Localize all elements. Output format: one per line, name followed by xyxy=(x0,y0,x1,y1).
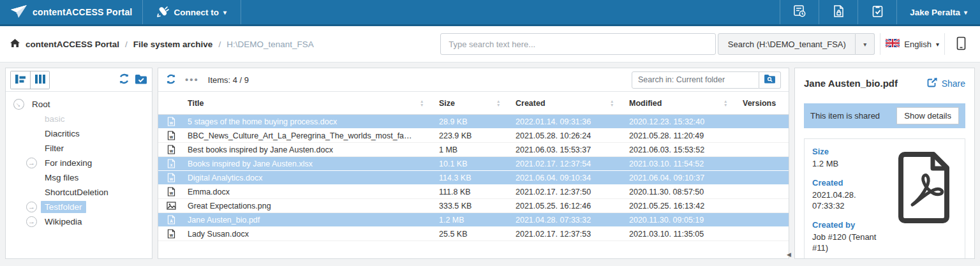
search-input[interactable] xyxy=(440,33,716,55)
table-row[interactable]: wLady Susan.docx25.5 KB2021.02.17. 12:37… xyxy=(158,227,789,241)
table-row[interactable]: w5 stages of the home buying process.doc… xyxy=(158,115,789,129)
home-icon[interactable] xyxy=(10,39,20,50)
scheduled-tasks-icon xyxy=(793,4,806,20)
tree-item-root[interactable]: →Root xyxy=(6,97,152,112)
chevron-down-icon: ▾ xyxy=(223,10,226,16)
tree-item-msg-files[interactable]: Msg files xyxy=(6,170,152,185)
document-lock-icon xyxy=(833,4,845,20)
expand-node-icon[interactable]: → xyxy=(26,216,37,227)
row-modified: 2020.12.23. 15:32:40 xyxy=(629,117,724,126)
row-created: 2021.05.25. 16:12:46 xyxy=(516,202,610,211)
connect-to-menu[interactable]: Connect to ▾ xyxy=(143,0,241,24)
user-menu[interactable]: Jake Peralta ▾ xyxy=(897,0,980,24)
detail-item-title: Jane Austen_bio.pdf xyxy=(804,78,898,89)
svg-text:w: w xyxy=(168,191,173,195)
row-size: 28.9 KB xyxy=(439,117,496,126)
table-row[interactable]: wBBC_News_Culture_Art_La_Peregrina_The_w… xyxy=(158,129,789,143)
row-size: 1.2 MB xyxy=(439,216,496,225)
legal-hold-button[interactable] xyxy=(819,0,858,24)
expand-node-icon[interactable]: → xyxy=(26,158,37,168)
file-list-panel: ••• Items: 4 / 9 Title▲▼Size▲▼Created▲▼M… xyxy=(158,68,789,259)
sort-icon-size[interactable]: ▲▼ xyxy=(496,100,516,107)
search-in-folder-input[interactable] xyxy=(632,71,759,89)
tree-item-for-indexing[interactable]: →For indexing xyxy=(6,156,152,170)
share-icon xyxy=(927,77,938,89)
breadcrumb-archive[interactable]: File system archive xyxy=(133,40,213,49)
tree-refresh-button[interactable] xyxy=(119,73,130,86)
tree-item-testfolder[interactable]: →Testfolder xyxy=(6,200,152,214)
app-title: contentACCESS Portal xyxy=(33,7,132,17)
tree-item-label: Filter xyxy=(41,142,68,154)
table-row[interactable]: wBest books inspired by Jane Austen.docx… xyxy=(158,143,789,157)
tree-item-label: Wikipedia xyxy=(41,216,86,228)
table-row[interactable]: Great Expectations.png333.5 KB2021.05.25… xyxy=(158,199,789,213)
sort-icon-modified[interactable]: ▲▼ xyxy=(724,100,743,107)
row-size: 333.5 KB xyxy=(439,202,496,211)
svg-text:A: A xyxy=(170,219,173,223)
column-header-versions[interactable]: Versions xyxy=(743,99,789,108)
breadcrumb-portal[interactable]: contentACCESS Portal xyxy=(26,40,119,49)
detail-fields: Size1.2 MBCreated2021.04.28. 07:33:32Cre… xyxy=(812,147,886,259)
grid-toolbar: ••• Items: 4 / 9 xyxy=(158,68,789,92)
row-size: 111.8 KB xyxy=(439,188,496,196)
word-file-icon: w xyxy=(158,117,188,126)
scroll-left-arrow[interactable]: ◀ xyxy=(787,251,791,258)
svg-text:w: w xyxy=(168,149,173,153)
detail-label-size: Size xyxy=(812,147,886,156)
mobile-view-button[interactable] xyxy=(956,36,966,52)
tree-item-filter[interactable]: Filter xyxy=(6,141,152,156)
tree-item-diacritics[interactable]: Diacritics xyxy=(6,126,152,141)
tree-item-basic[interactable]: basic xyxy=(6,112,152,126)
share-label: Share xyxy=(942,78,965,89)
row-created: 2021.02.17. 12:37:53 xyxy=(516,230,610,239)
column-view-toggle-button[interactable] xyxy=(30,71,49,89)
table-row[interactable]: wDigital Analytics.docx114.3 KB2021.06.0… xyxy=(158,171,789,185)
refresh-icon xyxy=(119,73,130,86)
row-modified: 2021.03.10. 11:54:52 xyxy=(629,159,724,168)
column-header-title[interactable]: Title xyxy=(188,99,420,108)
scheduled-tasks-button[interactable] xyxy=(780,0,819,24)
sort-icon-created[interactable]: ▲▼ xyxy=(610,100,629,107)
sort-icon-title[interactable]: ▲▼ xyxy=(420,100,439,107)
row-created: 2021.06.04. 09:10:34 xyxy=(516,174,610,182)
row-title: Digital Analytics.docx xyxy=(188,174,420,182)
detail-value-created: 2021.04.28. 07:33:32 xyxy=(812,189,886,212)
items-count: Items: 4 / 9 xyxy=(208,75,249,85)
tasks-button[interactable] xyxy=(858,0,896,24)
row-created: 2021.04.28. 07:33:32 xyxy=(516,216,610,225)
language-label: English xyxy=(904,40,932,49)
app-logo[interactable]: contentACCESS Portal xyxy=(0,0,142,24)
tree-item-wikipedia[interactable]: →Wikipedia xyxy=(6,214,152,229)
tree-item-label: Msg files xyxy=(41,172,82,184)
expand-node-icon[interactable]: → xyxy=(26,202,37,212)
show-details-button[interactable]: Show details xyxy=(896,107,959,124)
table-row[interactable]: AJane Austen_bio.pdf1.2 MB2021.04.28. 07… xyxy=(158,213,789,227)
language-selector[interactable]: English ▾ xyxy=(886,39,939,49)
column-header-created[interactable]: Created xyxy=(516,99,610,108)
tree-item-label: Diacritics xyxy=(41,128,84,140)
tree-item-label: ShortcutDeletion xyxy=(41,186,112,198)
detail-value-created-by: Job #120 (Tenant #11) xyxy=(812,232,886,254)
detail-label-created-by: Created by xyxy=(812,220,886,230)
tree-item-shortcutdeletion[interactable]: ShortcutDeletion xyxy=(6,185,152,200)
row-created: 2021.06.03. 15:53:37 xyxy=(516,145,610,154)
detail-properties-box: Size1.2 MBCreated2021.04.28. 07:33:32Cre… xyxy=(804,138,965,259)
item-details-panel: Jane Austen_bio.pdf Share This item is s… xyxy=(794,68,975,259)
refresh-icon xyxy=(166,74,176,86)
row-modified: 2021.06.04. 09:10:37 xyxy=(629,174,724,182)
list-view-toggle-button[interactable] xyxy=(11,71,30,89)
folder-search-button[interactable] xyxy=(759,71,781,89)
column-header-size[interactable]: Size xyxy=(439,99,496,108)
collapse-node-icon[interactable]: → xyxy=(11,96,26,112)
grid-refresh-button[interactable] xyxy=(166,74,176,86)
content-area: →RootbasicDiacriticsFilter→For indexingM… xyxy=(0,63,980,264)
share-button[interactable]: Share xyxy=(927,77,965,89)
table-row[interactable]: wEmma.docx111.8 KB2021.02.17. 12:37:5020… xyxy=(158,185,789,199)
more-options-button[interactable]: ••• xyxy=(185,78,199,82)
table-row[interactable]: xBooks inspired by Jane Austen.xlsx10.1 … xyxy=(158,157,789,171)
search-button[interactable]: Search (H:\DEMO_tenant_FSA) xyxy=(718,33,856,55)
tree-item-label: Root xyxy=(28,98,54,110)
search-scope-caret-button[interactable]: ▾ xyxy=(856,33,875,55)
column-header-modified[interactable]: Modified xyxy=(629,99,724,108)
select-folder-button[interactable] xyxy=(135,74,147,86)
